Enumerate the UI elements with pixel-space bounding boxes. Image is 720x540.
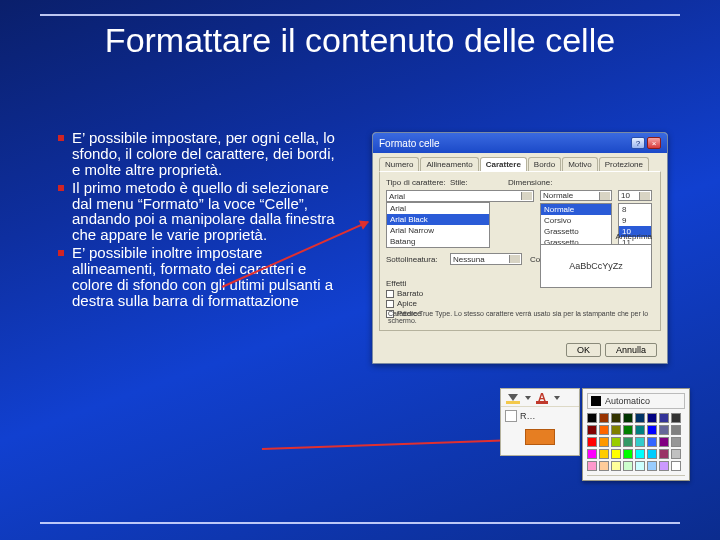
rule-bottom: [40, 522, 680, 524]
tab-pattern[interactable]: Motivo: [562, 157, 598, 171]
dialog-title: Formato celle: [379, 138, 440, 149]
formatting-toolbar-area: A R… Automatico: [500, 388, 694, 522]
color-swatch[interactable]: [659, 449, 669, 459]
bullet-item: E’ possibile impostare, per ogni cella, …: [58, 130, 338, 178]
font-combo[interactable]: Arial: [386, 190, 534, 202]
dialog-titlebar: Formato celle ? ×: [373, 133, 667, 153]
font-preview: AaBbCcYyZz: [540, 244, 652, 288]
pointer-arrow: [262, 439, 510, 450]
list-item[interactable]: 9: [619, 215, 651, 226]
color-swatch[interactable]: [635, 425, 645, 435]
color-swatch[interactable]: [587, 437, 597, 447]
list-item[interactable]: Grassetto: [541, 226, 611, 237]
swatch-icon: [591, 396, 601, 406]
color-swatch[interactable]: [647, 449, 657, 459]
fill-color-dropdown-icon[interactable]: [525, 396, 531, 400]
color-picker-popup: Automatico: [582, 388, 690, 481]
font-color-dropdown-icon[interactable]: [554, 396, 560, 400]
bullet-list: E’ possibile impostare, per ogni cella, …: [58, 130, 338, 311]
superscript-checkbox[interactable]: [386, 300, 394, 308]
separator: [587, 475, 685, 476]
color-swatch[interactable]: [671, 449, 681, 459]
format-cells-dialog: Formato celle ? × Numero Allineamento Ca…: [372, 132, 668, 364]
effect-label: Barrato: [397, 289, 423, 298]
color-swatch[interactable]: [623, 425, 633, 435]
color-swatch[interactable]: [659, 413, 669, 423]
color-swatch[interactable]: [671, 437, 681, 447]
list-item[interactable]: Arial Black: [387, 214, 489, 225]
color-swatch[interactable]: [671, 425, 681, 435]
dialog-body: Tipo di carattere: Stile: Dimensione: Ar…: [379, 171, 661, 331]
close-button[interactable]: ×: [647, 137, 661, 149]
color-swatch[interactable]: [587, 449, 597, 459]
color-swatch[interactable]: [611, 461, 621, 471]
label-font: Tipo di carattere:: [386, 178, 446, 187]
effect-label: Apice: [397, 299, 417, 308]
tab-number[interactable]: Numero: [379, 157, 419, 171]
color-swatch[interactable]: [599, 425, 609, 435]
label-size: Dimensione:: [508, 178, 552, 187]
color-swatch[interactable]: [623, 449, 633, 459]
size-combo[interactable]: 10: [618, 190, 652, 201]
toolbar-swatch[interactable]: [505, 410, 517, 422]
color-swatch[interactable]: [611, 437, 621, 447]
color-swatch[interactable]: [635, 437, 645, 447]
list-item[interactable]: Normale: [541, 204, 611, 215]
style-combo[interactable]: Normale: [540, 190, 612, 201]
label-preview: Anteprima: [616, 232, 652, 241]
list-item[interactable]: Arial: [387, 203, 489, 214]
tab-font[interactable]: Carattere: [480, 157, 527, 171]
color-swatch[interactable]: [671, 461, 681, 471]
color-swatch[interactable]: [623, 461, 633, 471]
list-item[interactable]: Arial Narrow: [387, 225, 489, 236]
list-item[interactable]: Corsivo: [541, 215, 611, 226]
color-swatch[interactable]: [611, 413, 621, 423]
color-swatch[interactable]: [659, 425, 669, 435]
color-swatch[interactable]: [659, 437, 669, 447]
color-swatch[interactable]: [623, 437, 633, 447]
font-listbox[interactable]: Arial Arial Black Arial Narrow Batang: [386, 202, 490, 248]
color-swatch[interactable]: [599, 437, 609, 447]
underline-combo[interactable]: Nessuna: [450, 253, 522, 265]
color-swatch[interactable]: [611, 449, 621, 459]
color-swatch[interactable]: [635, 413, 645, 423]
color-swatch[interactable]: [647, 413, 657, 423]
color-swatch[interactable]: [587, 425, 597, 435]
color-swatch[interactable]: [647, 461, 657, 471]
dialog-info-text: Carattere True Type. Lo stesso carattere…: [388, 310, 652, 324]
color-swatch[interactable]: [623, 413, 633, 423]
color-swatch[interactable]: [587, 461, 597, 471]
color-swatch[interactable]: [587, 413, 597, 423]
color-swatch[interactable]: [611, 425, 621, 435]
fill-color-button[interactable]: [504, 391, 522, 405]
tab-alignment[interactable]: Allineamento: [420, 157, 478, 171]
color-swatch[interactable]: [647, 425, 657, 435]
tab-protection[interactable]: Protezione: [599, 157, 649, 171]
list-item[interactable]: 8: [619, 204, 651, 215]
formatting-toolbar: A R…: [500, 388, 580, 456]
tab-border[interactable]: Bordo: [528, 157, 561, 171]
size-listbox[interactable]: 8 9 10 11: [618, 203, 652, 249]
color-swatch[interactable]: [647, 437, 657, 447]
color-swatch[interactable]: [599, 449, 609, 459]
ok-button[interactable]: OK: [566, 343, 601, 357]
color-swatch[interactable]: [599, 461, 609, 471]
help-button[interactable]: ?: [631, 137, 645, 149]
toolbar-text: R…: [520, 411, 536, 421]
color-swatch[interactable]: [659, 461, 669, 471]
color-swatch[interactable]: [635, 461, 645, 471]
slide-title: Formattare il contenuto delle celle: [0, 22, 720, 59]
color-swatch[interactable]: [599, 413, 609, 423]
bullet-item: Il primo metodo è quello di selezionare …: [58, 180, 338, 244]
dialog-tabs: Numero Allineamento Carattere Bordo Moti…: [373, 153, 667, 171]
color-palette: [587, 413, 685, 471]
list-item[interactable]: Batang: [387, 236, 489, 247]
style-listbox[interactable]: Normale Corsivo Grassetto Grassetto Cors…: [540, 203, 612, 249]
automatic-color-button[interactable]: Automatico: [587, 393, 685, 409]
font-color-button[interactable]: A: [533, 391, 551, 405]
color-swatch[interactable]: [635, 449, 645, 459]
cancel-button[interactable]: Annulla: [605, 343, 657, 357]
strike-checkbox[interactable]: [386, 290, 394, 298]
toolbar-sample-swatch: [525, 429, 555, 445]
color-swatch[interactable]: [671, 413, 681, 423]
